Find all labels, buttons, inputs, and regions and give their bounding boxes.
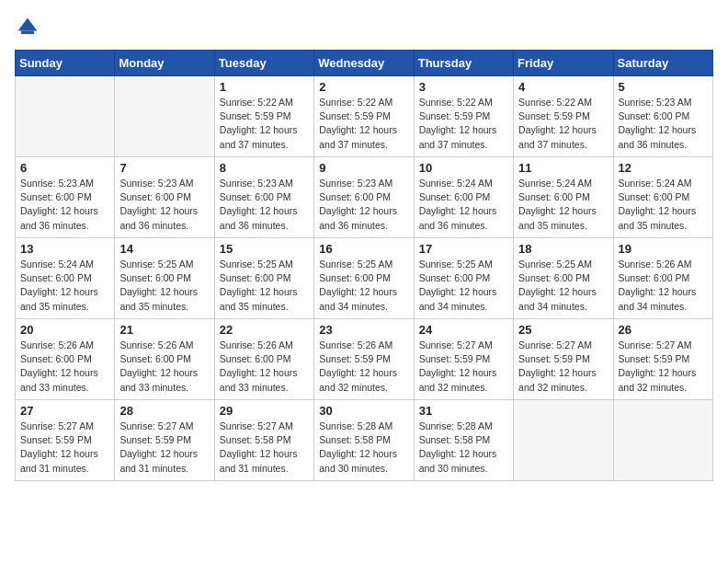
calendar-cell: 31Sunrise: 5:28 AM Sunset: 5:58 PM Dayli… (414, 400, 513, 481)
calendar-cell: 11Sunrise: 5:24 AM Sunset: 6:00 PM Dayli… (514, 157, 613, 238)
day-info: Sunrise: 5:25 AM Sunset: 6:00 PM Dayligh… (119, 258, 209, 314)
calendar-cell: 20Sunrise: 5:26 AM Sunset: 6:00 PM Dayli… (16, 319, 115, 400)
weekday-header: Monday (115, 51, 214, 76)
weekday-header: Friday (514, 51, 613, 76)
day-info: Sunrise: 5:22 AM Sunset: 5:59 PM Dayligh… (419, 96, 508, 152)
day-number: 29 (220, 404, 309, 418)
day-number: 21 (119, 323, 209, 337)
calendar-cell: 27Sunrise: 5:27 AM Sunset: 5:59 PM Dayli… (16, 400, 115, 481)
day-info: Sunrise: 5:25 AM Sunset: 6:00 PM Dayligh… (419, 258, 508, 314)
day-info: Sunrise: 5:23 AM Sunset: 6:00 PM Dayligh… (20, 177, 109, 233)
day-number: 27 (20, 404, 109, 418)
day-info: Sunrise: 5:28 AM Sunset: 5:58 PM Dayligh… (419, 419, 508, 476)
day-number: 8 (220, 161, 309, 175)
calendar-cell: 17Sunrise: 5:25 AM Sunset: 6:00 PM Dayli… (414, 238, 513, 319)
weekday-header: Thursday (414, 51, 513, 76)
calendar-header: SundayMondayTuesdayWednesdayThursdayFrid… (16, 51, 713, 76)
day-info: Sunrise: 5:24 AM Sunset: 6:00 PM Dayligh… (20, 258, 109, 314)
day-info: Sunrise: 5:26 AM Sunset: 6:00 PM Dayligh… (220, 339, 309, 395)
day-number: 2 (319, 80, 408, 94)
calendar-cell: 6Sunrise: 5:23 AM Sunset: 6:00 PM Daylig… (16, 157, 115, 238)
calendar-cell: 9Sunrise: 5:23 AM Sunset: 6:00 PM Daylig… (314, 157, 414, 238)
calendar-cell: 18Sunrise: 5:25 AM Sunset: 6:00 PM Dayli… (514, 238, 613, 319)
day-number: 6 (20, 161, 109, 175)
calendar-cell (613, 400, 712, 481)
calendar-cell: 8Sunrise: 5:23 AM Sunset: 6:00 PM Daylig… (214, 157, 313, 238)
page-header (15, 15, 713, 40)
day-number: 18 (518, 242, 608, 256)
calendar-cell: 24Sunrise: 5:27 AM Sunset: 5:59 PM Dayli… (414, 319, 513, 400)
day-number: 4 (518, 80, 608, 94)
calendar-cell: 23Sunrise: 5:26 AM Sunset: 5:59 PM Dayli… (314, 319, 414, 400)
day-number: 30 (319, 404, 408, 418)
day-info: Sunrise: 5:24 AM Sunset: 6:00 PM Dayligh… (619, 177, 708, 233)
day-number: 20 (20, 323, 109, 337)
day-info: Sunrise: 5:27 AM Sunset: 5:58 PM Dayligh… (220, 419, 309, 476)
calendar-cell: 28Sunrise: 5:27 AM Sunset: 5:59 PM Dayli… (115, 400, 214, 481)
day-number: 23 (319, 323, 408, 337)
day-info: Sunrise: 5:25 AM Sunset: 6:00 PM Dayligh… (220, 258, 309, 314)
calendar-cell: 25Sunrise: 5:27 AM Sunset: 5:59 PM Dayli… (514, 319, 613, 400)
logo (15, 15, 44, 40)
calendar-cell (16, 76, 115, 157)
weekday-header: Saturday (613, 51, 712, 76)
calendar-cell: 21Sunrise: 5:26 AM Sunset: 6:00 PM Dayli… (115, 319, 214, 400)
day-info: Sunrise: 5:22 AM Sunset: 5:59 PM Dayligh… (319, 96, 408, 152)
day-number: 3 (419, 80, 508, 94)
day-number: 17 (419, 242, 508, 256)
day-info: Sunrise: 5:23 AM Sunset: 6:00 PM Dayligh… (119, 177, 209, 233)
logo-icon (15, 15, 40, 40)
day-info: Sunrise: 5:27 AM Sunset: 5:59 PM Dayligh… (119, 419, 209, 476)
day-number: 5 (619, 80, 708, 94)
day-info: Sunrise: 5:23 AM Sunset: 6:00 PM Dayligh… (619, 96, 708, 152)
weekday-header: Tuesday (214, 51, 313, 76)
calendar-cell: 14Sunrise: 5:25 AM Sunset: 6:00 PM Dayli… (115, 238, 214, 319)
day-info: Sunrise: 5:24 AM Sunset: 6:00 PM Dayligh… (518, 177, 608, 233)
day-number: 16 (319, 242, 408, 256)
calendar-cell: 5Sunrise: 5:23 AM Sunset: 6:00 PM Daylig… (613, 76, 712, 157)
day-info: Sunrise: 5:22 AM Sunset: 5:59 PM Dayligh… (518, 96, 608, 152)
day-info: Sunrise: 5:26 AM Sunset: 6:00 PM Dayligh… (619, 258, 708, 314)
calendar-cell: 10Sunrise: 5:24 AM Sunset: 6:00 PM Dayli… (414, 157, 513, 238)
calendar-cell: 12Sunrise: 5:24 AM Sunset: 6:00 PM Dayli… (613, 157, 712, 238)
calendar-cell: 30Sunrise: 5:28 AM Sunset: 5:58 PM Dayli… (314, 400, 414, 481)
svg-rect-1 (21, 31, 34, 35)
day-number: 9 (319, 161, 408, 175)
day-number: 15 (220, 242, 309, 256)
calendar-cell: 7Sunrise: 5:23 AM Sunset: 6:00 PM Daylig… (115, 157, 214, 238)
day-number: 13 (20, 242, 109, 256)
calendar-cell: 19Sunrise: 5:26 AM Sunset: 6:00 PM Dayli… (613, 238, 712, 319)
day-number: 31 (419, 404, 508, 418)
calendar-cell: 29Sunrise: 5:27 AM Sunset: 5:58 PM Dayli… (214, 400, 313, 481)
calendar-cell: 1Sunrise: 5:22 AM Sunset: 5:59 PM Daylig… (214, 76, 313, 157)
calendar-cell: 15Sunrise: 5:25 AM Sunset: 6:00 PM Dayli… (214, 238, 313, 319)
day-info: Sunrise: 5:26 AM Sunset: 6:00 PM Dayligh… (119, 339, 209, 395)
calendar-cell: 4Sunrise: 5:22 AM Sunset: 5:59 PM Daylig… (514, 76, 613, 157)
day-info: Sunrise: 5:22 AM Sunset: 5:59 PM Dayligh… (220, 96, 309, 152)
calendar-cell: 26Sunrise: 5:27 AM Sunset: 5:59 PM Dayli… (613, 319, 712, 400)
calendar-cell: 3Sunrise: 5:22 AM Sunset: 5:59 PM Daylig… (414, 76, 513, 157)
day-info: Sunrise: 5:24 AM Sunset: 6:00 PM Dayligh… (419, 177, 508, 233)
day-number: 24 (419, 323, 508, 337)
day-number: 19 (619, 242, 708, 256)
day-number: 14 (119, 242, 209, 256)
day-info: Sunrise: 5:25 AM Sunset: 6:00 PM Dayligh… (518, 258, 608, 314)
day-info: Sunrise: 5:23 AM Sunset: 6:00 PM Dayligh… (220, 177, 309, 233)
calendar-cell: 16Sunrise: 5:25 AM Sunset: 6:00 PM Dayli… (314, 238, 414, 319)
day-info: Sunrise: 5:25 AM Sunset: 6:00 PM Dayligh… (319, 258, 408, 314)
day-number: 7 (119, 161, 209, 175)
day-info: Sunrise: 5:23 AM Sunset: 6:00 PM Dayligh… (319, 177, 408, 233)
svg-marker-0 (18, 18, 38, 31)
calendar-cell: 2Sunrise: 5:22 AM Sunset: 5:59 PM Daylig… (314, 76, 414, 157)
day-info: Sunrise: 5:28 AM Sunset: 5:58 PM Dayligh… (319, 419, 408, 476)
day-info: Sunrise: 5:27 AM Sunset: 5:59 PM Dayligh… (518, 339, 608, 395)
day-number: 28 (119, 404, 209, 418)
calendar-cell (115, 76, 214, 157)
weekday-header: Wednesday (314, 51, 414, 76)
weekday-header: Sunday (16, 51, 115, 76)
calendar-cell: 22Sunrise: 5:26 AM Sunset: 6:00 PM Dayli… (214, 319, 313, 400)
day-number: 1 (220, 80, 309, 94)
calendar-cell (514, 400, 613, 481)
day-number: 26 (619, 323, 708, 337)
day-info: Sunrise: 5:27 AM Sunset: 5:59 PM Dayligh… (20, 419, 109, 476)
